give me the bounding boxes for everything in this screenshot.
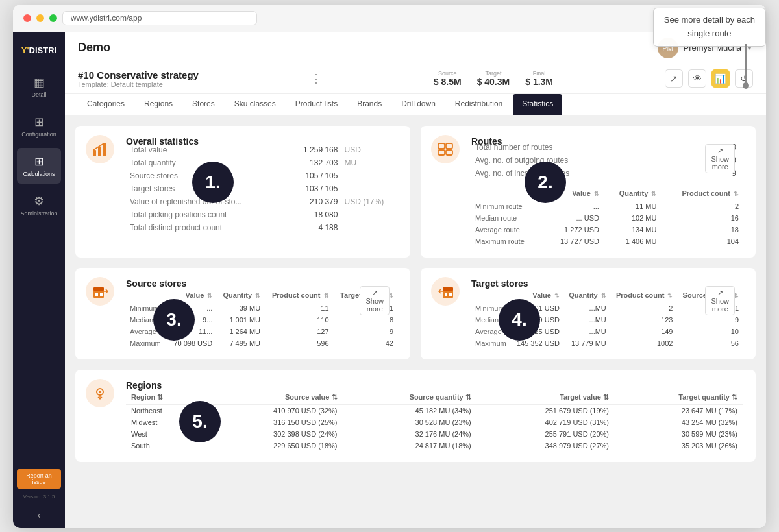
table-row: Average route1 272 USD134 MU18: [471, 224, 743, 236]
table-row: South 229 650 USD (18%) 24 817 MU (18%) …: [126, 440, 743, 452]
stat-value: 105 / 105: [258, 170, 340, 182]
stat-unit: MU: [341, 157, 434, 169]
tab-statistics[interactable]: Statistics: [513, 94, 562, 115]
source-stores-icon: [86, 277, 114, 306]
svg-rect-12: [443, 287, 453, 291]
tab-product-lists[interactable]: Product lists: [286, 94, 347, 115]
stat-value: 210 379: [258, 196, 340, 208]
num-circle-5: 5.: [179, 401, 221, 442]
stat-row: Source stores105 / 105: [127, 170, 434, 182]
svg-rect-10: [100, 293, 103, 296]
stat-row: Total picking positions count18 080: [127, 209, 434, 221]
stat-label: Total distinct product count: [127, 222, 257, 234]
svg-rect-13: [445, 293, 447, 296]
administration-icon: ⚙: [34, 194, 44, 208]
svg-rect-6: [446, 150, 452, 155]
num-circle-3: 3.: [153, 299, 195, 341]
sidebar-label-administration: Administration: [20, 210, 57, 217]
overall-stats-icon: [86, 135, 114, 163]
routes-icon: [431, 135, 460, 163]
sidebar: Y'DISTRI ▦ Detail ⊞ Configuration ⊞ Calc…: [13, 32, 65, 528]
target-value: $ 40.3M: [477, 77, 510, 87]
stat-value: 132 703: [258, 157, 340, 169]
final-label: Final: [533, 70, 546, 77]
sidebar-item-administration[interactable]: ⚙ Administration: [17, 187, 61, 223]
sidebar-label-configuration: Configuration: [21, 131, 56, 138]
table-row: Maximum route13 727 USD1 406 MU104: [471, 236, 743, 247]
sidebar-label-detail: Detail: [31, 91, 46, 98]
stat-value: 103 / 105: [258, 183, 340, 195]
detail-icon: ▦: [34, 75, 45, 90]
sidebar-item-calculations[interactable]: ⊞ Calculations: [17, 148, 61, 184]
stat-label: Total quantity: [127, 157, 257, 169]
minimize-dot: [36, 14, 44, 22]
url-bar: www.ydistri.com/app: [62, 11, 257, 25]
svg-rect-0: [93, 150, 96, 156]
stat-row: Value of replenished out-of-sto...210 37…: [127, 196, 434, 208]
strategy-template: Template: Default template: [78, 80, 199, 88]
sidebar-collapse-button[interactable]: ‹: [38, 510, 41, 520]
tab-sku-classes[interactable]: Sku classes: [225, 94, 285, 115]
version-text: Version: 3.1.5: [23, 494, 55, 500]
table-row: Minimum route...11 MU2: [471, 200, 743, 212]
statistics-button[interactable]: 📊: [711, 69, 730, 88]
num-circle-1: 1.: [192, 162, 234, 203]
regions-card: Regions 5. Region ⇅ Source value ⇅ Sourc…: [75, 370, 756, 462]
stat-row: Target stores103 / 105: [127, 183, 434, 195]
stat-unit: USD: [341, 144, 434, 156]
overall-stats-card: Overall statistics 1. Total value1 259 1…: [75, 126, 410, 258]
stat-unit: USD (17%): [341, 196, 434, 208]
table-row: Median route... USD102 MU16: [471, 212, 743, 224]
maximize-dot: [49, 14, 57, 22]
close-dot: [23, 14, 31, 22]
tabs-bar: Categories Regions Stores Sku classes Pr…: [65, 94, 766, 115]
source-stores-card: ↗ Show more Source stores 3. Value ⇅: [75, 268, 410, 359]
preview-button[interactable]: 👁: [688, 69, 706, 88]
tab-redistribution[interactable]: Redistribution: [446, 94, 512, 115]
final-value: $ 1.3M: [525, 77, 553, 87]
target-label: Target: [485, 70, 501, 77]
tooltip-box: See more detail by each single route: [653, 8, 766, 47]
stat-value: 18 080: [258, 209, 340, 221]
stat-value: 4 188: [258, 222, 340, 234]
stat-label: Total picking positions count: [127, 209, 257, 221]
routes-show-more-button[interactable]: ↗ Show more: [705, 144, 735, 173]
app-logo: Y'DISTRI: [19, 40, 59, 66]
stat-row: Total quantity132 703MU: [127, 157, 434, 169]
tab-brands[interactable]: Brands: [348, 94, 391, 115]
sidebar-item-configuration[interactable]: ⊞ Configuration: [17, 108, 61, 144]
stat-label: Value of replenished out-of-sto...: [127, 196, 257, 208]
stat-row: Total distinct product count4 188: [127, 222, 434, 234]
svg-point-16: [99, 391, 101, 393]
export-button[interactable]: ↗: [665, 69, 683, 88]
num-circle-2: 2.: [525, 162, 566, 203]
calculations-icon: ⊞: [34, 154, 44, 169]
routes-card: ↗ Show more Routes 2. Total number of ro…: [421, 126, 756, 258]
regions-icon: [86, 379, 114, 407]
tab-categories[interactable]: Categories: [78, 94, 134, 115]
svg-rect-8: [93, 287, 104, 291]
tab-stores[interactable]: Stores: [183, 94, 224, 115]
source-stores-title: Source stores: [88, 278, 397, 289]
report-issue-button[interactable]: Report an issue: [17, 469, 61, 489]
stat-value: 1 259 168: [258, 144, 340, 156]
svg-rect-1: [98, 147, 101, 156]
tab-drill-down[interactable]: Drill down: [392, 94, 445, 115]
strategy-dots-menu[interactable]: ⋮: [310, 71, 322, 86]
regions-title: Regions: [88, 380, 743, 391]
configuration-icon: ⊞: [34, 115, 44, 129]
source-stores-show-more-button[interactable]: ↗ Show more: [360, 286, 390, 315]
target-stores-card: ↗ Show more Target stores 4. Value ⇅: [421, 268, 756, 359]
source-value: $ 8.5M: [434, 77, 462, 87]
svg-rect-3: [438, 143, 445, 149]
target-stores-title: Target stores: [434, 278, 743, 289]
tab-regions[interactable]: Regions: [135, 94, 182, 115]
tooltip-line1: See more detail by each: [664, 15, 755, 25]
svg-rect-4: [446, 143, 452, 149]
app-title: Demo: [78, 41, 110, 54]
svg-rect-14: [449, 293, 452, 296]
num-circle-4: 4.: [499, 299, 540, 341]
sidebar-item-detail[interactable]: ▦ Detail: [17, 69, 61, 104]
target-stores-show-more-button[interactable]: ↗ Show more: [705, 286, 735, 315]
sidebar-label-calculations: Calculations: [23, 171, 55, 177]
